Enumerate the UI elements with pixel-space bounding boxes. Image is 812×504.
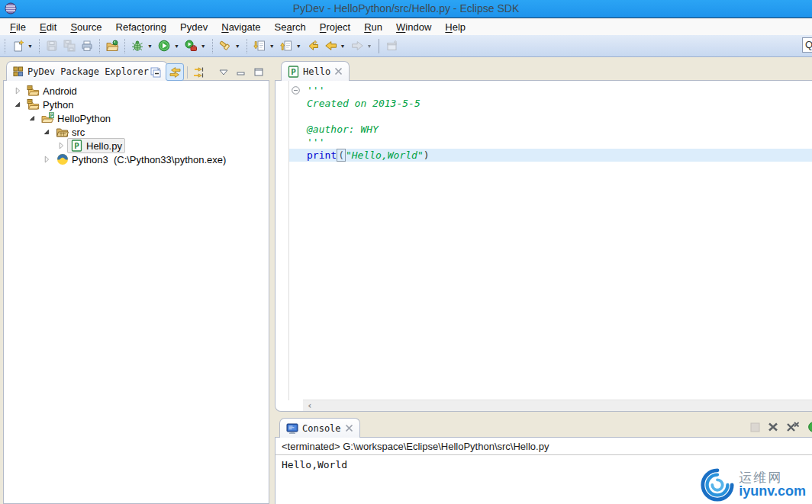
back-button[interactable] [322,37,340,55]
menu-search[interactable]: Search [268,18,313,35]
expanded-arrow-icon[interactable] [11,98,24,111]
horizontal-scrollbar[interactable]: ‹ [303,400,812,411]
menu-navigate[interactable]: Navigate [214,18,267,35]
tree-item-android[interactable]: Android [4,84,269,98]
code-line-5[interactable]: ''' [276,136,812,149]
debug-icon [131,40,143,52]
run-dropdown[interactable]: ▼ [173,43,182,49]
collapsed-arrow-icon[interactable] [40,153,53,165]
back-dropdown[interactable]: ▼ [340,43,349,49]
menu-label-pre: Se [275,21,287,33]
menu-label-mnemonic: a [286,21,292,33]
expanded-arrow-icon[interactable] [40,126,53,138]
tree-item-src[interactable]: src [4,125,269,139]
run-external-tools-dropdown[interactable]: ▼ [200,43,209,49]
toolbar-separator [379,39,379,53]
pydev-project-icon: P [41,112,54,124]
view-menu-button[interactable] [219,69,228,75]
link-with-editor-button[interactable] [166,63,184,81]
search-button[interactable] [217,37,234,55]
watermark-site-domain: iyunv.com [739,484,806,499]
remove-all-terminated-button[interactable] [786,422,800,432]
editor-body[interactable]: '''Created on 2013-5-5@author: WHY'''pri… [275,80,812,412]
collapse-all-button[interactable] [147,64,164,80]
minimize-button[interactable] [237,69,246,76]
link-with-editor-icon [169,66,182,79]
run-external-tools-button[interactable] [182,37,200,55]
next-annotation-dropdown[interactable]: ▼ [269,43,278,49]
last-edit-location-button[interactable] [304,37,322,55]
code-area[interactable]: '''Created on 2013-5-5@author: WHY'''pri… [276,81,812,400]
close-icon[interactable] [345,424,353,432]
menu-pydev[interactable]: Pydev [173,18,214,35]
forward-dropdown: ▼ [366,43,375,49]
quick-access-search[interactable]: Q [802,37,812,53]
tree-item-hello-py[interactable]: PHello.py [4,139,269,152]
run-icon [158,40,170,52]
console-icon [286,422,298,435]
previous-annotation-button[interactable] [278,37,295,55]
watermark-site-name: 运维网 [739,471,806,485]
project-tree: AndroidPythonPHelloPythonsrcPHello.pyPyt… [4,81,269,166]
toolbar-separator [99,39,101,53]
code-line-3[interactable] [276,110,812,123]
search-dropdown[interactable]: ▼ [234,43,243,49]
toolbar-separator [187,66,188,79]
menu-file[interactable]: File [3,18,33,35]
scroll-left-icon[interactable]: ‹ [303,401,313,410]
tree-item-inner: Python3 (C:\Python33\python.exe) [53,152,229,167]
expanded-arrow-icon[interactable] [26,112,38,124]
tree-item-inner: src [53,124,88,140]
collapsed-arrow-icon[interactable] [11,85,24,97]
code-token: ) [424,149,430,161]
tree-item-hellopython[interactable]: PHelloPython [4,111,269,125]
toolbar-separator [124,39,126,53]
menu-run[interactable]: Run [357,18,389,35]
code-line-1[interactable]: ''' [276,84,812,97]
remove-launch-button[interactable] [768,422,778,432]
code-token: ( [337,149,346,162]
workbench: PyDev Package Explorer AndroidPythonPHel… [0,57,812,504]
tab-package-explorer[interactable]: PyDev Package Explorer [6,61,168,81]
menu-project[interactable]: Project [313,18,357,35]
menu-help[interactable]: Help [438,18,472,35]
toolbar-separator [212,39,214,53]
menu-edit[interactable]: Edit [33,18,63,35]
tab-console[interactable]: Console [279,418,360,438]
code-token: ''' [307,136,324,148]
code-line-6[interactable]: print("Hello,World") [276,149,812,162]
close-icon[interactable] [334,67,343,75]
maximize-button[interactable] [254,68,263,76]
code-line-2[interactable]: Created on 2013-5-5 [276,97,812,110]
print-button[interactable] [79,37,96,55]
debug-dropdown[interactable]: ▼ [147,43,156,49]
previous-annotation-dropdown[interactable]: ▼ [295,43,304,49]
save-icon [46,40,58,52]
collapsed-arrow-icon[interactable] [55,140,67,152]
new-button[interactable] [9,37,27,55]
menu-refactoring[interactable]: Refactoring [109,18,174,35]
debug-button[interactable] [129,37,147,55]
menu-window[interactable]: Window [389,18,438,35]
toolbar-separator [5,39,6,53]
menu-label-post: dit [47,21,57,33]
terminate-icon [750,422,760,432]
focus-on-active-task-button[interactable] [191,64,208,80]
tab-hello-editor[interactable]: P Hello [281,61,350,81]
clipped-green-button[interactable] [807,422,812,432]
tree-item-python3-c-python33-python-exe[interactable]: Python3 (C:\Python33\python.exe) [4,152,269,166]
menu-label-pre: Pydev [180,21,208,33]
next-annotation-button[interactable] [251,37,269,55]
code-token: Created on 2013-5-5 [307,98,420,109]
tree-item-inner: Python [24,97,76,112]
fold-minus-icon[interactable] [292,86,300,95]
tree-item-python[interactable]: Python [4,98,269,111]
run-button[interactable] [156,37,173,55]
menu-label-post: un [372,21,382,33]
menu-source[interactable]: Source [63,18,108,35]
menu-label-mnemonic: N [221,21,228,33]
new-dropdown[interactable]: ▼ [27,43,36,49]
run-external-tools-icon [185,40,197,52]
open-python-module-button[interactable] [104,37,121,55]
code-line-4[interactable]: @author: WHY [276,123,812,136]
